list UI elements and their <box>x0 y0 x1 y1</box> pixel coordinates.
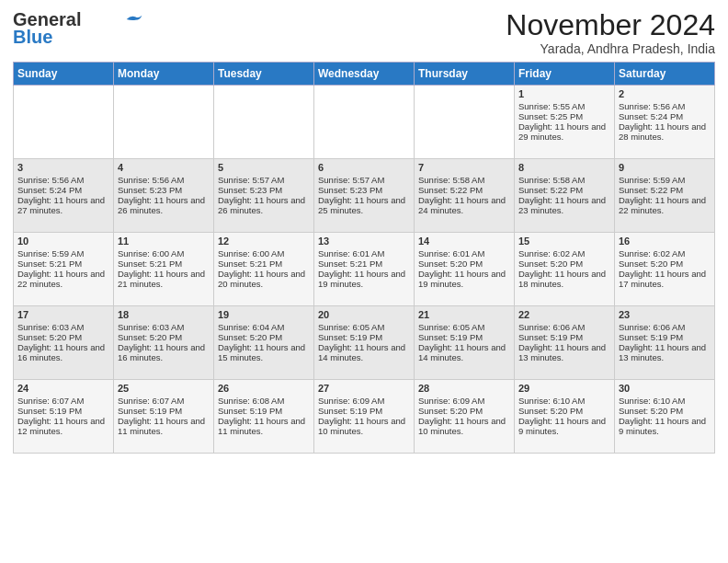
calendar-cell: 24Sunrise: 6:07 AMSunset: 5:19 PMDayligh… <box>14 380 114 454</box>
sunset-text: Sunset: 5:21 PM <box>118 259 210 269</box>
calendar-cell <box>14 86 114 159</box>
calendar-body: 1Sunrise: 5:55 AMSunset: 5:25 PMDaylight… <box>14 86 715 454</box>
daylight-text: Daylight: 11 hours and 10 minutes. <box>318 416 410 436</box>
day-number: 30 <box>619 383 711 394</box>
sunset-text: Sunset: 5:22 PM <box>619 185 711 195</box>
week-row-5: 24Sunrise: 6:07 AMSunset: 5:19 PMDayligh… <box>14 380 715 454</box>
logo-blue: Blue <box>13 27 52 48</box>
sunrise-text: Sunrise: 6:10 AM <box>619 396 711 406</box>
calendar-cell: 25Sunrise: 6:07 AMSunset: 5:19 PMDayligh… <box>114 380 214 454</box>
week-row-4: 17Sunrise: 6:03 AMSunset: 5:20 PMDayligh… <box>14 306 715 380</box>
sunrise-text: Sunrise: 6:01 AM <box>418 248 510 259</box>
calendar-cell: 14Sunrise: 6:01 AMSunset: 5:20 PMDayligh… <box>415 233 515 306</box>
sunrise-text: Sunrise: 5:59 AM <box>619 175 711 185</box>
calendar-cell: 15Sunrise: 6:02 AMSunset: 5:20 PMDayligh… <box>515 233 615 306</box>
day-number: 1 <box>518 88 610 99</box>
daylight-text: Daylight: 11 hours and 16 minutes. <box>118 342 210 362</box>
sunset-text: Sunset: 5:19 PM <box>318 332 410 342</box>
day-number: 5 <box>218 162 310 173</box>
calendar-cell: 18Sunrise: 6:03 AMSunset: 5:20 PMDayligh… <box>114 306 214 380</box>
daylight-text: Daylight: 11 hours and 25 minutes. <box>318 195 410 215</box>
daylight-text: Daylight: 11 hours and 10 minutes. <box>418 416 510 436</box>
day-number: 19 <box>218 309 310 320</box>
daylight-text: Daylight: 11 hours and 11 minutes. <box>118 416 210 436</box>
sunset-text: Sunset: 5:23 PM <box>318 185 410 195</box>
daylight-text: Daylight: 11 hours and 9 minutes. <box>619 416 711 436</box>
day-number: 17 <box>17 309 109 320</box>
sunrise-text: Sunrise: 5:56 AM <box>17 175 109 185</box>
day-number: 27 <box>318 383 410 394</box>
calendar-cell: 13Sunrise: 6:01 AMSunset: 5:21 PMDayligh… <box>314 233 415 306</box>
page-header: General Blue November 2024 Yarada, Andhr… <box>13 9 715 56</box>
sunrise-text: Sunrise: 5:57 AM <box>218 175 310 185</box>
day-number: 21 <box>418 309 510 320</box>
sunset-text: Sunset: 5:22 PM <box>418 185 510 195</box>
weekday-header-saturday: Saturday <box>615 63 715 86</box>
calendar-cell <box>314 86 415 159</box>
daylight-text: Daylight: 11 hours and 11 minutes. <box>218 416 310 436</box>
sunrise-text: Sunrise: 6:03 AM <box>118 322 210 332</box>
day-number: 8 <box>518 162 610 173</box>
calendar-cell: 3Sunrise: 5:56 AMSunset: 5:24 PMDaylight… <box>14 159 114 233</box>
daylight-text: Daylight: 11 hours and 27 minutes. <box>17 195 109 215</box>
sunset-text: Sunset: 5:21 PM <box>17 259 109 269</box>
sunrise-text: Sunrise: 5:55 AM <box>518 101 610 111</box>
day-number: 29 <box>518 383 610 394</box>
sunset-text: Sunset: 5:20 PM <box>518 259 610 269</box>
day-number: 9 <box>619 162 711 173</box>
day-number: 4 <box>118 162 210 173</box>
daylight-text: Daylight: 11 hours and 22 minutes. <box>17 269 109 289</box>
sunset-text: Sunset: 5:23 PM <box>118 185 210 195</box>
calendar-cell: 17Sunrise: 6:03 AMSunset: 5:20 PMDayligh… <box>14 306 114 380</box>
sunrise-text: Sunrise: 6:09 AM <box>418 396 510 406</box>
sunset-text: Sunset: 5:20 PM <box>118 332 210 342</box>
sunset-text: Sunset: 5:19 PM <box>118 406 210 416</box>
day-number: 22 <box>518 309 610 320</box>
calendar-cell: 19Sunrise: 6:04 AMSunset: 5:20 PMDayligh… <box>214 306 314 380</box>
week-row-1: 1Sunrise: 5:55 AMSunset: 5:25 PMDaylight… <box>14 86 715 159</box>
sunrise-text: Sunrise: 5:56 AM <box>619 101 711 111</box>
sunset-text: Sunset: 5:21 PM <box>218 259 310 269</box>
sunrise-text: Sunrise: 6:02 AM <box>619 248 711 259</box>
sunrise-text: Sunrise: 6:07 AM <box>118 396 210 406</box>
calendar-cell <box>415 86 515 159</box>
calendar-cell: 28Sunrise: 6:09 AMSunset: 5:20 PMDayligh… <box>415 380 515 454</box>
header-row: SundayMondayTuesdayWednesdayThursdayFrid… <box>14 63 715 86</box>
title-block: November 2024 Yarada, Andhra Pradesh, In… <box>506 9 715 56</box>
day-number: 28 <box>418 383 510 394</box>
sunset-text: Sunset: 5:19 PM <box>619 332 711 342</box>
daylight-text: Daylight: 11 hours and 22 minutes. <box>619 195 711 215</box>
day-number: 14 <box>418 236 510 247</box>
day-number: 12 <box>218 236 310 247</box>
calendar-header: SundayMondayTuesdayWednesdayThursdayFrid… <box>14 63 715 86</box>
sunrise-text: Sunrise: 6:06 AM <box>619 322 711 332</box>
page-container: General Blue November 2024 Yarada, Andhr… <box>0 0 728 463</box>
sunset-text: Sunset: 5:20 PM <box>518 406 610 416</box>
calendar-cell: 27Sunrise: 6:09 AMSunset: 5:19 PMDayligh… <box>314 380 415 454</box>
calendar-table: SundayMondayTuesdayWednesdayThursdayFrid… <box>13 62 715 454</box>
daylight-text: Daylight: 11 hours and 28 minutes. <box>619 121 711 142</box>
calendar-cell: 26Sunrise: 6:08 AMSunset: 5:19 PMDayligh… <box>214 380 314 454</box>
sunrise-text: Sunrise: 6:02 AM <box>518 248 610 259</box>
sunset-text: Sunset: 5:19 PM <box>218 406 310 416</box>
day-number: 16 <box>619 236 711 247</box>
sunrise-text: Sunrise: 6:00 AM <box>118 248 210 259</box>
calendar-cell: 1Sunrise: 5:55 AMSunset: 5:25 PMDaylight… <box>515 86 615 159</box>
sunrise-text: Sunrise: 6:05 AM <box>418 322 510 332</box>
sunrise-text: Sunrise: 6:04 AM <box>218 322 310 332</box>
daylight-text: Daylight: 11 hours and 26 minutes. <box>218 195 310 215</box>
day-number: 13 <box>318 236 410 247</box>
sunset-text: Sunset: 5:21 PM <box>318 259 410 269</box>
sunrise-text: Sunrise: 6:08 AM <box>218 396 310 406</box>
week-row-2: 3Sunrise: 5:56 AMSunset: 5:24 PMDaylight… <box>14 159 715 233</box>
sunset-text: Sunset: 5:20 PM <box>218 332 310 342</box>
sunset-text: Sunset: 5:19 PM <box>17 406 109 416</box>
sunrise-text: Sunrise: 6:06 AM <box>518 322 610 332</box>
weekday-header-thursday: Thursday <box>415 63 515 86</box>
sunset-text: Sunset: 5:20 PM <box>418 259 510 269</box>
daylight-text: Daylight: 11 hours and 18 minutes. <box>518 269 610 289</box>
daylight-text: Daylight: 11 hours and 24 minutes. <box>418 195 510 215</box>
calendar-cell: 30Sunrise: 6:10 AMSunset: 5:20 PMDayligh… <box>615 380 715 454</box>
calendar-cell: 7Sunrise: 5:58 AMSunset: 5:22 PMDaylight… <box>415 159 515 233</box>
sunrise-text: Sunrise: 6:07 AM <box>17 396 109 406</box>
